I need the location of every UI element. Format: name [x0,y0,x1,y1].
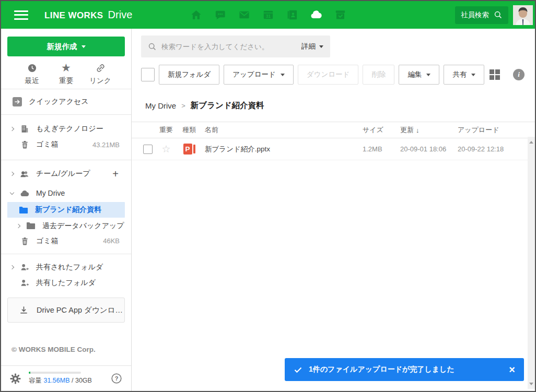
share-button[interactable]: 共有 [444,65,484,85]
new-folder-button[interactable]: 新規フォルダ [159,65,219,85]
pc-app-download-button[interactable]: Drive PC App ダウンロ… [7,298,125,323]
quick-access-section: クイックアクセス [1,89,131,114]
toolbar: 新規フォルダ アップロード ダウンロード 削除 編集 共有 i [141,65,525,85]
toast-message: 1件のファイルアップロードが完了しました [309,365,455,374]
shortcut-recent[interactable]: 最近 [17,63,47,86]
column-updated[interactable]: 更新↓ [400,125,458,135]
sidebar: 新規作成 最近 ★ 重要 リンク [1,29,132,391]
shared-with-me-label: 共有されたフォルダ [36,263,103,272]
create-new-button[interactable]: 新規作成 [7,37,125,56]
home-icon[interactable] [189,8,203,22]
sidebar-item-org-trash[interactable]: ゴミ箱 43.21MB [1,137,131,152]
top-bar-right: 社員検索 [455,5,533,25]
staff-search-box[interactable]: 社員検索 [455,6,508,24]
edit-button[interactable]: 編集 [399,65,439,85]
chevron-down-icon [471,74,475,76]
folder-icon [25,222,37,230]
user-avatar[interactable] [513,5,533,25]
search-detail-button[interactable]: 詳細 [301,42,323,51]
org-section: もえぎテクノロジー ゴミ箱 43.21MB [1,114,131,160]
app-logo[interactable]: LINE WORKS Drive [44,9,132,21]
capacity-total: / 30GB [70,377,92,384]
sidebar-item-shared-by-me[interactable]: 共有したフォルダ [1,275,131,291]
sidebar-item-org[interactable]: もえぎテクノロジー [1,121,131,137]
chevron-right-icon [10,127,14,131]
breadcrumb-separator: > [181,102,185,110]
capacity-info: 容量 31.56MB / 30GB [29,372,92,385]
scroll-up-button[interactable] [528,138,535,146]
sidebar-item-backup-folder[interactable]: 過去データバックアップ [1,218,131,233]
info-icon[interactable]: i [513,69,525,80]
sidebar-shortcuts: 最近 ★ 重要 リンク [1,56,131,89]
cloud-icon [19,189,30,197]
sidebar-item-shared-with-me[interactable]: 共有されたフォルダ [1,259,131,275]
tasks-icon[interactable] [333,8,347,22]
chat-icon[interactable] [213,8,227,22]
mail-icon[interactable] [237,8,251,22]
trash-icon [19,236,30,246]
delete-button: 削除 [363,65,394,85]
org-trash-label: ゴミ箱 [36,140,59,149]
building-icon [19,124,30,134]
close-icon[interactable]: × [509,364,515,375]
select-all-checkbox[interactable] [141,68,155,81]
capacity-bar: 容量 31.56MB / 30GB ? [1,365,131,391]
folder-icon [18,206,29,214]
sidebar-item-selected-folder[interactable]: 新ブランド紹介資料 [7,202,125,218]
sort-descending-icon: ↓ [416,126,420,134]
quick-access-label: クイックアクセス [29,97,89,106]
capacity-used: 31.56MB [43,377,69,384]
link-icon [96,63,106,73]
sidebar-item-my-trash[interactable]: ゴミ箱 46KB [1,233,131,248]
main-panel: 詳細 新規フォルダ アップロード ダウンロード 削除 編集 共有 i My Dr… [132,29,535,391]
upload-button[interactable]: アップロード [224,65,294,85]
breadcrumb-root[interactable]: My Drive [145,101,176,110]
settings-gear-icon[interactable] [10,373,21,384]
download-icon [19,305,29,315]
org-trash-size: 43.21MB [92,141,120,149]
vertical-scrollbar[interactable] [528,137,535,389]
shortcut-link[interactable]: リンク [85,63,115,86]
shortcut-recent-label: 最近 [25,76,39,86]
drive-tree-section: チーム/グループ + My Drive 新ブランド紹介資料 [1,160,131,254]
trash-icon [19,140,30,149]
column-uploaded[interactable]: アップロード [458,125,519,135]
column-type[interactable]: 種類 [177,125,202,135]
hamburger-menu-icon[interactable] [14,8,28,22]
chevron-down-icon [319,45,323,48]
capacity-text: 容量 31.56MB / 30GB [29,376,92,385]
scroll-down-button[interactable] [528,379,535,388]
person-arrow-in-icon [19,263,30,272]
view-tools: i [490,69,525,80]
my-trash-size: 46KB [103,237,120,245]
selected-folder-label: 新ブランド紹介資料 [35,205,101,215]
column-name[interactable]: 名前 [202,125,363,135]
org-label: もえぎテクノロジー [36,124,103,134]
file-search-input[interactable] [161,43,301,51]
drive-cloud-icon[interactable] [309,8,323,22]
file-name[interactable]: 新ブランド紹介.pptx [205,145,270,153]
help-icon[interactable]: ? [111,373,122,384]
search-detail-label: 詳細 [301,42,316,51]
column-important[interactable]: 重要 [156,125,177,135]
star-outline-icon[interactable]: ☆ [161,144,170,154]
shared-by-me-label: 共有したフォルダ [36,278,96,288]
column-size[interactable]: サイズ [363,125,400,135]
sidebar-item-quick-access[interactable]: クイックアクセス [1,89,131,114]
chevron-down-icon [426,74,430,76]
brand-drive: Drive [108,9,133,21]
sidebar-item-my-drive[interactable]: My Drive [1,185,131,201]
sidebar-item-team-group[interactable]: チーム/グループ + [1,165,131,182]
svg-text:?: ? [115,375,119,382]
upload-complete-toast: 1件のファイルアップロードが完了しました × [285,358,524,381]
capacity-gauge [29,372,81,374]
shortcut-important[interactable]: ★ 重要 [51,63,81,86]
backup-folder-label: 過去データバックアップ [42,221,124,231]
table-row[interactable]: ☆ P 新ブランド紹介.pptx 1.2MB 20-09-01 18:06 20… [132,138,535,160]
contacts-icon[interactable] [285,8,299,22]
calendar-icon[interactable]: 31 [261,8,275,22]
grid-view-icon[interactable] [490,69,500,80]
add-team-button[interactable]: + [112,168,119,180]
top-bar: LINE WORKS Drive 31 [1,1,535,29]
row-checkbox[interactable] [143,145,153,154]
